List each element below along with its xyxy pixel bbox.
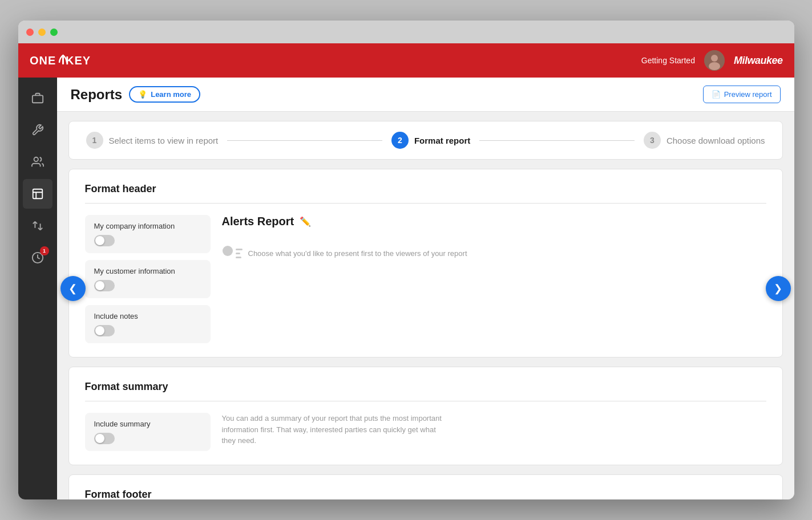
svg-point-4 (711, 55, 718, 62)
section-divider-2 (85, 401, 766, 401)
page-title-area: Reports 💡 Learn more (71, 86, 201, 103)
topnav: ONE KEY Getting Started (18, 43, 794, 78)
include-notes-label: Include notes (94, 312, 201, 320)
sidebar: 1 (18, 78, 57, 499)
format-summary-desc: You can add a summary of your report tha… (222, 413, 766, 446)
getting-started-link[interactable]: Getting Started (641, 56, 695, 65)
sidebar-item-transfer[interactable] (23, 211, 52, 241)
main-layout: 1 ❮ ❯ Reports 💡 Lea (18, 78, 794, 499)
milwaukee-logo: Milwaukee (734, 55, 783, 67)
format-summary-options-row: Include summary You can add a summary of… (85, 413, 766, 451)
format-summary-title: Format summary (85, 381, 766, 393)
app-window: ONE KEY Getting Started (18, 21, 794, 499)
preview-report-button[interactable]: 📄 Preview report (703, 86, 781, 103)
svg-rect-12 (236, 253, 240, 254)
sidebar-item-tools[interactable] (23, 115, 52, 145)
sidebar-item-workers[interactable] (23, 147, 52, 177)
customer-info-toggle[interactable] (94, 280, 115, 291)
svg-rect-8 (33, 189, 42, 199)
section-divider-1 (85, 203, 766, 204)
alert-badge: 1 (40, 246, 49, 255)
customer-info-knob (95, 281, 104, 290)
lightbulb-icon: 💡 (138, 90, 147, 99)
step-1-circle: 1 (86, 132, 103, 149)
chevron-left-icon: ❮ (68, 282, 77, 295)
step-1-number: 1 (92, 136, 97, 145)
include-notes-knob (95, 326, 104, 335)
step-connector-2 (479, 140, 635, 141)
company-info-label: My company information (94, 222, 201, 230)
maximize-button[interactable] (50, 29, 58, 36)
chevron-right-icon: ❯ (774, 282, 782, 295)
format-header-toggles: My company information My customer infor… (85, 215, 211, 343)
report-title-text: Alerts Report (222, 215, 294, 228)
learn-more-button[interactable]: 💡 Learn more (129, 86, 200, 103)
svg-rect-6 (32, 95, 42, 103)
svg-rect-2 (62, 56, 64, 64)
summary-description-text: You can add a summary of your report tha… (222, 413, 450, 446)
step-3-label: Choose download options (666, 136, 765, 145)
step-2-label: Format report (414, 136, 470, 145)
app-body: ONE KEY Getting Started (18, 43, 794, 499)
svg-point-7 (34, 157, 38, 161)
sidebar-item-alerts[interactable]: 1 (23, 243, 52, 273)
logo: ONE KEY (30, 52, 92, 69)
person-icon-group: Choose what you'd like to present first … (222, 245, 467, 262)
include-summary-knob (95, 434, 104, 443)
format-header-options-row: My company information My customer infor… (85, 215, 766, 343)
svg-rect-13 (236, 257, 241, 258)
sidebar-item-briefcase[interactable] (23, 83, 52, 113)
nav-back-button[interactable]: ❮ (60, 276, 86, 301)
svg-rect-11 (236, 249, 243, 250)
svg-point-5 (709, 62, 720, 70)
report-title-row: Alerts Report ✏️ (222, 215, 766, 228)
step-1-label: Select items to view in report (109, 136, 219, 145)
step-2-number: 2 (398, 136, 402, 145)
sidebar-item-reports[interactable] (23, 179, 52, 209)
person-lines-icon (222, 245, 244, 262)
company-info-knob (95, 236, 104, 245)
format-header-title: Format header (85, 183, 766, 195)
format-header-preview: Alerts Report ✏️ (222, 215, 766, 262)
page-title: Reports (71, 87, 123, 103)
company-info-toggle-item: My company information (85, 215, 211, 253)
step-2-circle: 2 (391, 132, 409, 149)
nav-forward-button[interactable]: ❯ (766, 276, 791, 301)
include-summary-toggle-item: Include summary (85, 413, 211, 451)
doc-icon: 📄 (712, 90, 721, 99)
step-1: 1 Select items to view in report (86, 132, 219, 149)
svg-text:KEY: KEY (66, 54, 91, 67)
step-2: 2 Format report (391, 132, 470, 149)
format-footer-title: Format footer (85, 489, 766, 499)
step-3-number: 3 (650, 136, 655, 145)
preview-report-label: Preview report (724, 90, 772, 99)
include-summary-toggle[interactable] (94, 433, 115, 444)
format-summary-section: Format summary Include summary (68, 367, 783, 465)
content-area: ❮ ❯ Reports 💡 Learn more 📄 (57, 78, 794, 499)
avatar[interactable] (704, 50, 725, 71)
order-hint-text: Choose what you'd like to present first … (248, 248, 467, 259)
close-button[interactable] (26, 29, 34, 36)
titlebar (18, 21, 794, 43)
topnav-right: Getting Started Milwaukee (641, 50, 783, 71)
customer-info-toggle-item: My customer information (85, 260, 211, 298)
format-header-section: Format header My company information (68, 169, 783, 358)
minimize-button[interactable] (38, 29, 46, 36)
step-connector-1 (227, 140, 382, 141)
include-summary-label: Include summary (94, 420, 201, 428)
format-footer-section: Format footer (68, 474, 783, 499)
format-summary-toggles: Include summary (85, 413, 211, 451)
svg-text:ONE: ONE (30, 54, 56, 67)
edit-report-title-icon[interactable]: ✏️ (300, 216, 311, 227)
company-info-toggle[interactable] (94, 235, 115, 246)
stepper: 1 Select items to view in report 2 Forma… (68, 121, 783, 160)
customer-info-label: My customer information (94, 267, 201, 275)
order-hint: Choose what you'd like to present first … (222, 245, 766, 262)
include-notes-toggle-item: Include notes (85, 305, 211, 343)
page-header: Reports 💡 Learn more 📄 Preview report (57, 78, 794, 112)
step-3-circle: 3 (644, 132, 661, 149)
step-3: 3 Choose download options (644, 132, 765, 149)
onekey-logo: ONE KEY (30, 52, 92, 69)
svg-point-10 (223, 246, 233, 256)
include-notes-toggle[interactable] (94, 325, 115, 336)
